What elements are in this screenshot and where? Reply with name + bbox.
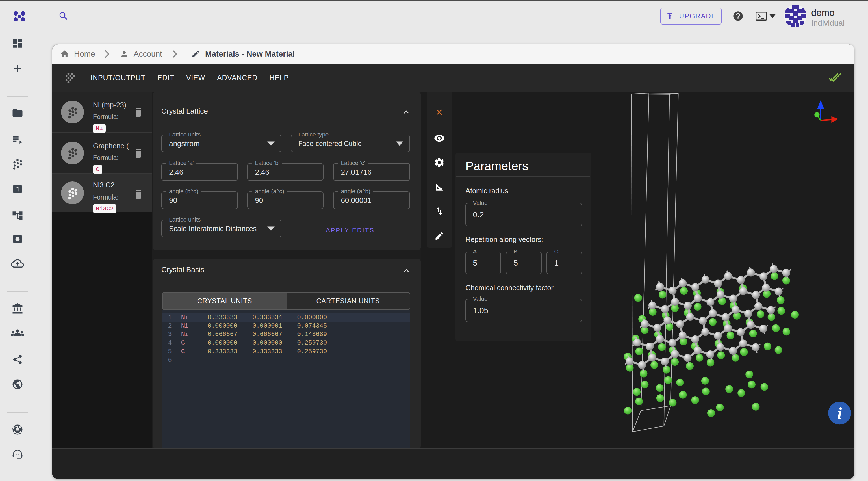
svg-text:i: i (837, 404, 842, 422)
